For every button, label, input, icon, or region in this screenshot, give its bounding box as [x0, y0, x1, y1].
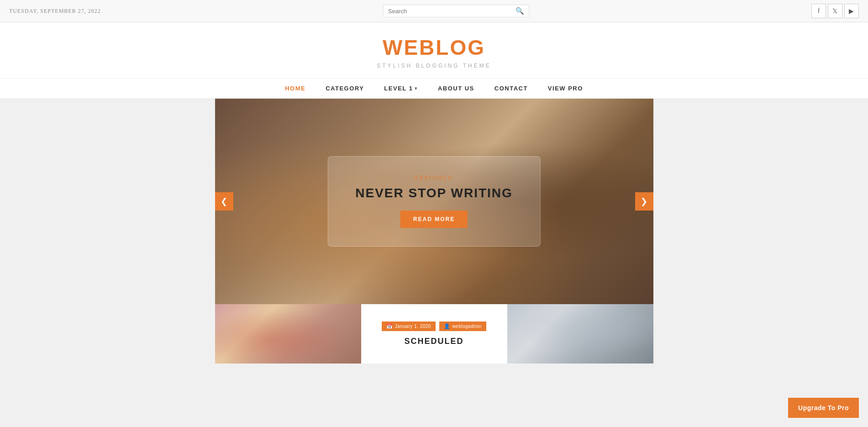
nav-contact[interactable]: CONTACT — [484, 79, 538, 98]
slide-caption: FEATURED NEVER STOP WRITING READ MORE — [327, 156, 541, 247]
dropdown-arrow: ▾ — [415, 86, 418, 91]
card-tags: 📅 January 1, 2020 👤 weblogadmin — [382, 322, 486, 331]
hero-slider: ❮ ❯ FEATURED NEVER STOP WRITING READ MOR… — [215, 99, 653, 304]
fashion-image-bg — [215, 304, 361, 364]
read-more-button[interactable]: READ MORE — [400, 211, 468, 228]
search-input[interactable] — [388, 8, 516, 15]
search-bar[interactable]: 🔍 — [383, 5, 529, 17]
card-image-fashion — [215, 304, 361, 364]
nav-level1[interactable]: LEVEL 1 ▾ — [374, 79, 428, 98]
card-author-tag[interactable]: 👤 weblogadmin — [439, 322, 486, 331]
nav-category[interactable]: CATEGORY — [316, 79, 374, 98]
site-date: TUESDAY, SEPTEMBER 27, 2022 — [9, 8, 101, 15]
site-header: WEBLOG STYLISH BLOGGING THEME — [0, 22, 868, 78]
top-bar: TUESDAY, SEPTEMBER 27, 2022 🔍 f 𝕏 ▶ — [0, 0, 868, 22]
calendar-icon: 📅 — [386, 323, 393, 329]
card-author: weblogadmin — [452, 324, 481, 329]
card-article-title: SCHEDULED — [404, 337, 463, 346]
twitter-icon[interactable]: 𝕏 — [828, 4, 842, 18]
youtube-icon[interactable]: ▶ — [844, 4, 859, 18]
slider-next-button[interactable]: ❯ — [635, 192, 653, 211]
card-date-tag[interactable]: 📅 January 1, 2020 — [382, 322, 436, 331]
card-date: January 1, 2020 — [395, 324, 431, 329]
search-icon[interactable]: 🔍 — [516, 7, 524, 15]
nav-home[interactable]: HOME — [275, 79, 316, 98]
user-icon: 👤 — [444, 323, 451, 329]
nav-about[interactable]: ABOUT US — [428, 79, 484, 98]
nav-viewpro[interactable]: VIEW PRO — [538, 79, 593, 98]
card-image-tech — [507, 304, 653, 364]
site-title: WEBLOG — [9, 35, 859, 60]
main-nav: HOME CATEGORY LEVEL 1 ▾ ABOUT US CONTACT… — [0, 78, 868, 99]
slide-featured-label: FEATURED — [355, 175, 513, 180]
page-wrapper: ❮ ❯ FEATURED NEVER STOP WRITING READ MOR… — [215, 99, 653, 364]
social-icons: f 𝕏 ▶ — [811, 4, 859, 18]
cards-row: 📅 January 1, 2020 👤 weblogadmin SCHEDULE… — [215, 304, 653, 364]
facebook-icon[interactable]: f — [811, 4, 826, 18]
site-subtitle: STYLISH BLOGGING THEME — [9, 63, 859, 69]
card-article-middle: 📅 January 1, 2020 👤 weblogadmin SCHEDULE… — [361, 304, 507, 364]
slide-title: NEVER STOP WRITING — [355, 186, 513, 200]
slider-prev-button[interactable]: ❮ — [215, 192, 233, 211]
